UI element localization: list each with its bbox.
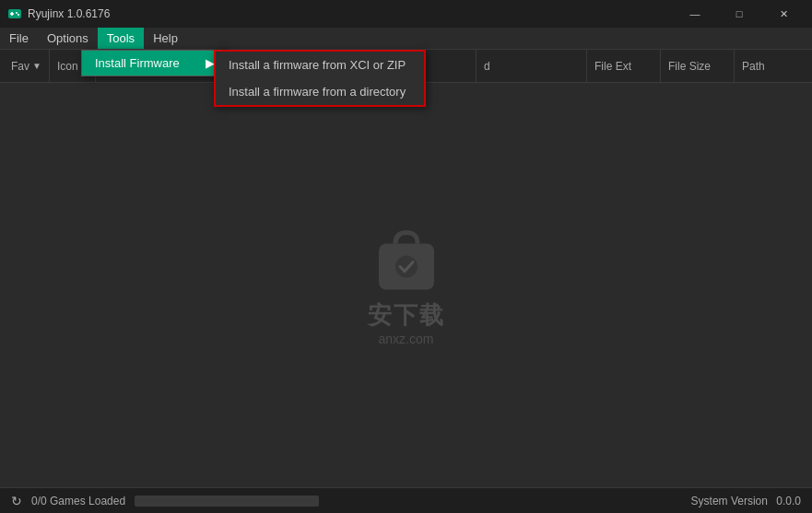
menu-item-options[interactable]: Options: [38, 28, 98, 49]
tools-dropdown: Install Firmware ▶: [81, 50, 229, 76]
status-bar: ↻ 0/0 Games Loaded System Version 0.0.0: [0, 487, 812, 513]
watermark: 安下载 anxz.com: [368, 225, 445, 345]
app-icon: [7, 6, 22, 21]
menu-item-tools[interactable]: Tools: [98, 28, 144, 49]
fav-dropdown-icon[interactable]: ▼: [32, 61, 41, 71]
title-bar: Ryujinx 1.0.6176 — □ ✕: [0, 0, 812, 28]
watermark-chinese-text: 安下载: [368, 298, 445, 331]
svg-point-4: [18, 14, 19, 16]
install-from-xci-zip-item[interactable]: Install a firmware from XCI or ZIP: [216, 52, 424, 78]
install-firmware-menu-item[interactable]: Install Firmware ▶: [82, 51, 228, 76]
watermark-bag-icon: [370, 225, 443, 298]
col-path: Path: [735, 50, 808, 82]
close-button[interactable]: ✕: [762, 0, 805, 28]
menu-item-help[interactable]: Help: [144, 28, 187, 49]
watermark-url: anxz.com: [379, 331, 434, 345]
col-fav[interactable]: Fav ▼: [4, 50, 50, 82]
firmware-submenu-container: Install a firmware from XCI or ZIP Insta…: [214, 50, 426, 107]
svg-rect-2: [10, 13, 14, 15]
minimize-button[interactable]: —: [674, 0, 716, 28]
main-content: 安下载 anxz.com: [0, 83, 812, 487]
menu-bar: File Options Tools Help: [0, 28, 812, 50]
col-developer: d: [477, 50, 587, 82]
system-version-display: System Version 0.0.0: [691, 495, 801, 507]
menu-item-file[interactable]: File: [0, 28, 38, 49]
svg-point-3: [16, 12, 18, 14]
tools-menu: Install Firmware ▶: [81, 50, 229, 76]
maximize-button[interactable]: □: [718, 0, 760, 28]
window-controls: — □ ✕: [674, 0, 805, 28]
firmware-submenu: Install a firmware from XCI or ZIP Insta…: [214, 50, 426, 107]
col-filesize: File Size: [661, 50, 735, 82]
app-title: Ryujinx 1.0.6176: [28, 7, 674, 20]
refresh-button[interactable]: ↻: [7, 492, 26, 510]
install-from-directory-item[interactable]: Install a firmware from a directory: [216, 78, 424, 105]
progress-bar: [135, 496, 319, 507]
games-loaded-label: 0/0 Games Loaded: [31, 495, 125, 507]
col-fileext: File Ext: [587, 50, 661, 82]
